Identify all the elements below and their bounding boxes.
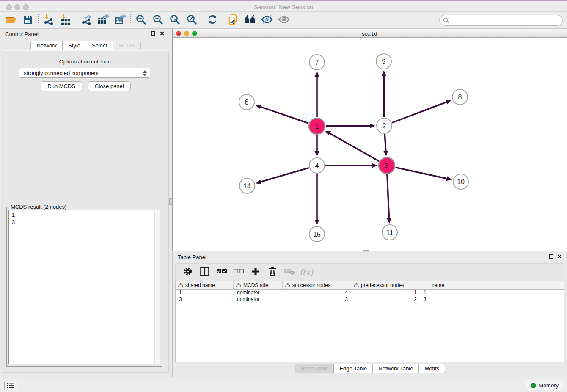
graph-edge-4-14[interactable] xyxy=(260,168,309,182)
zoom-in-button[interactable] xyxy=(132,13,149,28)
graph-node-label: 14 xyxy=(243,182,251,190)
column-header-mcds-role[interactable]: MCDS role xyxy=(234,281,283,289)
graph-edge-2-9[interactable] xyxy=(384,75,384,117)
table-settings-button[interactable] xyxy=(181,265,195,279)
export-table-button[interactable] xyxy=(95,13,112,28)
main-toolbar xyxy=(0,12,567,29)
zoom-selected-button[interactable] xyxy=(183,13,200,28)
float-table-panel-icon[interactable] xyxy=(549,254,553,259)
select-all-button[interactable] xyxy=(215,265,229,279)
open-file-button[interactable] xyxy=(3,13,19,28)
delete-column-button[interactable] xyxy=(265,265,280,279)
hide-selected-button[interactable] xyxy=(259,13,275,28)
task-history-button[interactable] xyxy=(4,381,17,390)
zoom-out-button[interactable] xyxy=(149,13,166,28)
list-icon xyxy=(7,382,14,389)
close-panel-button[interactable]: Close panel xyxy=(88,81,131,91)
graph-node-label: 15 xyxy=(313,231,321,238)
network-canvas[interactable]: 7968124314101511 xyxy=(173,38,567,251)
cell-name[interactable]: 3 xyxy=(420,296,456,303)
show-full-network-button[interactable] xyxy=(242,13,259,28)
cell-predecessor-nodes[interactable]: 1 xyxy=(351,290,420,296)
graph-edge-1-6[interactable] xyxy=(259,106,308,123)
plus-icon xyxy=(251,267,260,278)
save-session-button[interactable] xyxy=(19,13,36,28)
import-network-button[interactable] xyxy=(40,13,57,28)
unselect-all-button[interactable] xyxy=(231,265,246,279)
table-panel: Table Panel ✕ f(x) shared name MCDS ro xyxy=(172,252,567,377)
cell-mcds-role[interactable]: dominator xyxy=(234,290,283,296)
column-header-name[interactable]: name xyxy=(420,281,456,289)
function-builder-button[interactable]: f(x) xyxy=(299,265,314,279)
result-item[interactable]: 1 xyxy=(12,211,160,218)
show-all-button[interactable] xyxy=(275,13,292,28)
refresh-view-button[interactable] xyxy=(204,13,221,28)
graph-edge-2-3[interactable] xyxy=(385,134,386,152)
cell-successor-nodes[interactable]: 4 xyxy=(283,290,351,296)
cell-name[interactable]: 1 xyxy=(420,290,456,296)
table-header-row: shared name MCDS role successor nodes pr… xyxy=(176,281,564,290)
tab-mcds[interactable]: MCDS xyxy=(113,41,140,50)
mcds-result-list[interactable]: 1 3 xyxy=(8,210,160,364)
graph-edge-3-11[interactable] xyxy=(387,174,389,219)
search-field xyxy=(439,15,563,26)
tab-node-table[interactable]: Node Table xyxy=(295,364,334,373)
cell-mcds-role[interactable]: dominator xyxy=(234,296,283,303)
refresh-icon xyxy=(207,14,218,27)
search-input[interactable] xyxy=(439,15,563,26)
tab-motifs[interactable]: Motifs xyxy=(418,364,445,373)
clone-network-icon xyxy=(228,14,239,27)
eye-icon xyxy=(278,14,290,26)
graph-node-label: 4 xyxy=(315,162,319,169)
table-row[interactable]: 3 dominator 3 2 3 xyxy=(176,296,564,303)
zoom-fit-button[interactable] xyxy=(166,13,183,28)
cell-predecessor-nodes[interactable]: 2 xyxy=(351,296,420,303)
tab-edge-table[interactable]: Edge Table xyxy=(333,364,373,373)
export-network-button[interactable] xyxy=(78,13,95,28)
criterion-select[interactable]: strongly connected component xyxy=(19,68,150,78)
zoom-in-icon xyxy=(135,14,146,27)
table-toolbar: f(x) xyxy=(175,263,564,281)
import-table-icon xyxy=(60,14,71,27)
toolbar-separator xyxy=(38,14,39,27)
float-panel-icon[interactable] xyxy=(151,31,155,36)
app-titlebar: Session: New Session xyxy=(0,0,567,12)
clone-network-button[interactable] xyxy=(225,13,242,28)
tab-network[interactable]: Network xyxy=(30,41,63,50)
column-header-successor-nodes[interactable]: successor nodes xyxy=(283,281,351,289)
tab-network-table[interactable]: Network Table xyxy=(372,364,419,373)
graph-arrowhead xyxy=(383,151,388,156)
result-scrollbar[interactable] xyxy=(154,210,160,364)
network-graph[interactable]: 7968124314101511 xyxy=(173,38,567,251)
close-table-panel-icon[interactable]: ✕ xyxy=(557,253,562,260)
run-mcds-button[interactable]: Run MCDS xyxy=(41,81,82,91)
graph-node-label: 8 xyxy=(458,94,462,101)
graph-edge-2-8[interactable] xyxy=(392,102,447,123)
graph-edge-3-1[interactable] xyxy=(329,133,379,161)
graph-arrowhead xyxy=(314,151,319,157)
graph-edge-1-2[interactable] xyxy=(326,126,371,126)
export-image-button[interactable] xyxy=(112,13,129,28)
column-header-shared-name[interactable]: shared name xyxy=(176,281,234,289)
column-header-predecessor-nodes[interactable]: predecessor nodes xyxy=(351,281,420,289)
close-panel-icon[interactable]: ✕ xyxy=(160,30,165,37)
result-item[interactable]: 3 xyxy=(12,218,160,226)
network-window-titlebar[interactable]: ✕ − + scc.txt xyxy=(173,29,567,38)
graph-arrowhead xyxy=(382,70,386,76)
export-network-icon xyxy=(81,14,92,27)
cell-shared-name[interactable]: 3 xyxy=(176,296,234,303)
tab-select[interactable]: Select xyxy=(86,41,113,50)
column-tree-icon xyxy=(285,283,290,287)
add-column-button[interactable] xyxy=(248,265,263,279)
graph-edge-3-10[interactable] xyxy=(396,167,448,179)
import-table-button[interactable] xyxy=(57,13,74,28)
delete-table-button[interactable] xyxy=(282,265,297,279)
graph-arrowhead xyxy=(314,220,319,225)
cell-shared-name[interactable]: 1 xyxy=(176,290,234,296)
memory-button[interactable]: Memory xyxy=(526,381,563,390)
column-browser-button[interactable] xyxy=(198,265,212,279)
column-tree-icon xyxy=(178,283,183,287)
cell-successor-nodes[interactable]: 3 xyxy=(283,296,351,303)
table-row[interactable]: 1 dominator 4 1 1 xyxy=(176,290,564,296)
tab-style[interactable]: Style xyxy=(62,41,86,50)
